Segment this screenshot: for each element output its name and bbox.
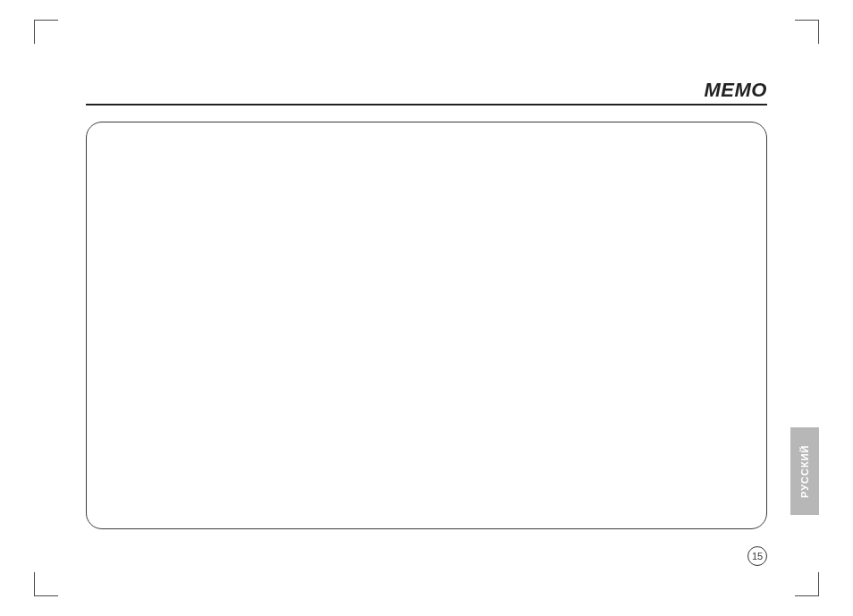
page-title: MEMO [705, 79, 767, 102]
crop-mark-top-left [34, 20, 58, 44]
page-number: 15 [747, 546, 767, 566]
page-content: MEMO 15 [86, 79, 767, 562]
header-rule: MEMO [86, 79, 767, 105]
crop-mark-bottom-left [34, 572, 58, 596]
language-tab: РУССКИЙ [790, 427, 819, 515]
crop-mark-top-right [795, 20, 819, 44]
memo-box [86, 122, 767, 529]
crop-mark-bottom-right [795, 572, 819, 596]
